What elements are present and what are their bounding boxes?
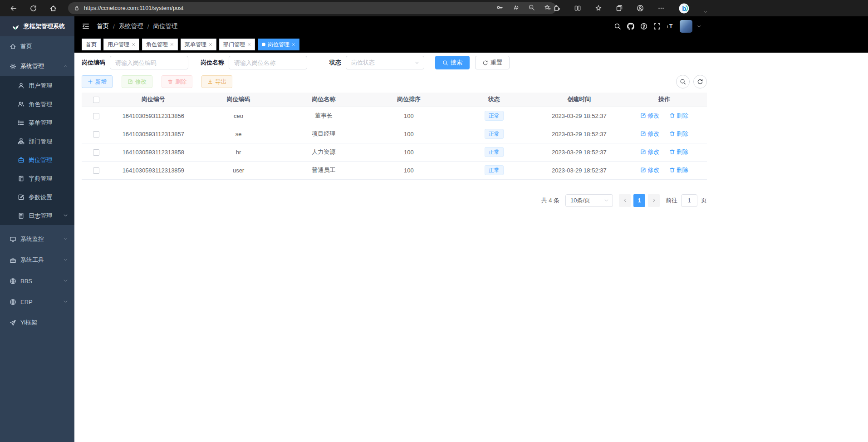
page-size-select[interactable]: 10条/页 — [565, 194, 613, 207]
row-checkbox[interactable] — [93, 113, 99, 119]
sidebar-item-post-management[interactable]: 岗位管理 — [0, 151, 74, 169]
page-number-button[interactable]: 1 — [633, 194, 645, 207]
row-checkbox[interactable] — [93, 167, 99, 174]
more-icon[interactable] — [657, 5, 665, 12]
column-header-created: 创建时间 — [537, 93, 622, 107]
search-icon[interactable] — [614, 23, 621, 30]
cell-post-id: 1641030593112313859 — [111, 161, 196, 179]
sidebar-item-system-tools[interactable]: 系统工具 — [0, 250, 74, 270]
edit-icon — [640, 113, 646, 118]
row-edit-link[interactable]: 修改 — [640, 130, 659, 138]
sidebar-item-user-management[interactable]: 用户管理 — [0, 76, 74, 95]
cell-post-code: se — [196, 125, 281, 143]
close-icon[interactable] — [132, 43, 135, 46]
row-checkbox[interactable] — [93, 149, 99, 156]
table-row: 1641030593112313858 hr 人力资源 100 正常 2023-… — [82, 143, 707, 161]
read-aloud-icon[interactable] — [512, 4, 519, 13]
profile-icon[interactable] — [637, 5, 644, 12]
sidebar-item-dept-management[interactable]: 部门管理 — [0, 132, 74, 151]
sidebar-item-role-management[interactable]: 角色管理 — [0, 95, 74, 113]
chevron-down-icon[interactable] — [697, 22, 701, 30]
close-icon[interactable] — [292, 43, 295, 46]
sidebar-item-system-management[interactable]: 系统管理 — [0, 56, 74, 76]
sidebar-item-param-settings[interactable]: 参数设置 — [0, 188, 74, 206]
breadcrumb-item-home[interactable]: 首页 — [97, 22, 109, 30]
sidebar-item-home[interactable]: 首页 — [0, 36, 74, 56]
extensions-icon[interactable] — [553, 5, 560, 12]
zoom-out-icon[interactable] — [528, 4, 535, 13]
edit-button[interactable]: 修改 — [122, 75, 152, 88]
close-icon[interactable] — [170, 43, 174, 46]
prev-page-button[interactable] — [619, 194, 631, 207]
tab-user-management[interactable]: 用户管理 — [103, 39, 139, 50]
key-icon[interactable] — [496, 4, 503, 13]
app-logo: 意框架管理系统 — [0, 16, 74, 36]
cell-created-time: 2023-03-29 18:52:37 — [537, 125, 622, 143]
pagination: 共 4 条 10条/页 1 前往 页 — [82, 194, 707, 207]
tab-home[interactable]: 首页 — [82, 39, 101, 50]
chevron-down-icon[interactable] — [703, 8, 708, 16]
refresh-icon — [482, 60, 488, 66]
row-checkbox[interactable] — [93, 131, 99, 138]
row-delete-link[interactable]: 删除 — [669, 130, 688, 138]
sidebar-item-menu-management[interactable]: 菜单管理 — [0, 113, 74, 132]
chevron-left-icon — [623, 198, 628, 203]
row-edit-link[interactable]: 修改 — [640, 148, 659, 156]
row-delete-link[interactable]: 删除 — [669, 112, 688, 120]
help-icon[interactable] — [640, 23, 647, 30]
plus-icon — [88, 79, 93, 84]
site-lock-icon[interactable] — [74, 5, 80, 11]
row-edit-link[interactable]: 修改 — [640, 112, 659, 120]
favorites-icon[interactable] — [595, 5, 602, 12]
post-name-input[interactable] — [229, 56, 307, 69]
refresh-table-button[interactable] — [693, 75, 707, 88]
split-screen-icon[interactable] — [574, 5, 581, 12]
export-button[interactable]: 导出 — [201, 75, 232, 88]
breadcrumb-item-system[interactable]: 系统管理 — [119, 22, 143, 30]
sidebar-item-system-monitor[interactable]: 系统监控 — [0, 229, 74, 250]
font-size-icon[interactable]: tT — [667, 23, 674, 30]
chevron-down-icon — [63, 212, 68, 219]
close-icon[interactable] — [209, 43, 212, 46]
tab-menu-management[interactable]: 菜单管理 — [181, 39, 216, 50]
table-row: 1641030593112313859 user 普通员工 100 正常 202… — [82, 161, 707, 179]
select-all-checkbox[interactable] — [93, 97, 99, 103]
sidebar-item-log-management[interactable]: 日志管理 — [0, 206, 74, 225]
row-delete-link[interactable]: 删除 — [669, 166, 688, 174]
next-page-button[interactable] — [648, 194, 660, 207]
row-delete-link[interactable]: 删除 — [669, 148, 688, 156]
chevron-down-icon — [63, 236, 68, 243]
tab-post-management[interactable]: 岗位管理 — [258, 39, 299, 50]
delete-button[interactable]: 删除 — [162, 75, 192, 88]
home-icon[interactable] — [46, 1, 60, 15]
copilot-bing-icon[interactable]: b — [678, 3, 690, 14]
sidebar-item-dict-management[interactable]: 字典管理 — [0, 169, 74, 188]
goto-page-input[interactable] — [681, 194, 697, 207]
favorite-add-icon[interactable] — [544, 4, 551, 13]
status-select[interactable]: 岗位状态 — [346, 56, 424, 69]
post-code-input[interactable] — [110, 56, 188, 69]
close-icon[interactable] — [247, 43, 251, 46]
sidebar-item-erp[interactable]: ERP — [0, 291, 74, 312]
toolbox-icon — [10, 257, 16, 264]
menu-collapse-icon[interactable] — [82, 22, 90, 30]
toggle-search-button[interactable] — [676, 75, 690, 88]
refresh-icon[interactable] — [26, 1, 40, 15]
back-icon[interactable] — [6, 1, 20, 15]
row-edit-link[interactable]: 修改 — [640, 166, 659, 174]
user-avatar[interactable] — [680, 20, 692, 33]
github-icon[interactable] — [627, 23, 634, 30]
collections-icon[interactable] — [616, 5, 623, 12]
tab-role-management[interactable]: 角色管理 — [142, 39, 178, 50]
add-button[interactable]: 新增 — [82, 75, 113, 88]
app-title: 意框架管理系统 — [24, 22, 65, 30]
reset-button[interactable]: 重置 — [475, 56, 510, 69]
chevron-down-icon — [63, 299, 68, 305]
tab-dept-management[interactable]: 部门管理 — [219, 39, 255, 50]
sidebar-item-bbs[interactable]: BBS — [0, 270, 74, 291]
address-bar[interactable]: https://ccnetcore.com:1101/system/post — [68, 2, 556, 14]
search-button[interactable]: 搜索 — [435, 56, 470, 69]
globe-icon — [10, 299, 16, 305]
fullscreen-icon[interactable] — [653, 23, 661, 30]
sidebar-item-yi-framework[interactable]: Yi框架 — [0, 312, 74, 333]
